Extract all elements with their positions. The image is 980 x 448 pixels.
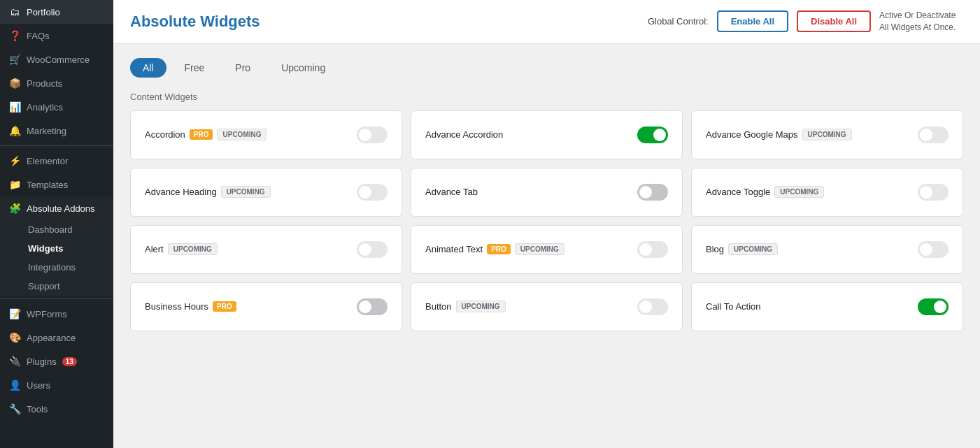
toggle-slider [918,298,949,315]
sidebar-item-appearance[interactable]: 🎨 Appearance [0,326,113,349]
users-icon: 👤 [8,379,21,391]
portfolio-icon: 🗂 [8,6,21,18]
upcoming-badge: UPCOMING [217,129,267,140]
widget-grid: AccordionPROUPCOMINGAdvance AccordionAdv… [130,110,963,331]
tab-all[interactable]: All [130,58,166,78]
sidebar-item-label: Portfolio [27,7,60,17]
elementor-icon: ⚡ [8,154,21,167]
tab-upcoming[interactable]: Upcoming [269,58,338,78]
widget-toggle-accordion[interactable] [357,127,388,143]
sidebar-item-label: Plugins [27,356,57,367]
widget-card-advance-google-maps: Advance Google MapsUPCOMING [691,110,963,159]
sidebar-item-marketing[interactable]: 🔔 Marketing [0,119,113,143]
analytics-icon: 📊 [8,101,21,113]
widget-name: Advance Tab [425,187,478,197]
sidebar-item-absolute-addons[interactable]: 🧩 Absolute Addons [0,196,113,220]
widget-toggle-blog[interactable] [918,241,949,258]
widget-toggle-advance-google-maps[interactable] [918,127,949,143]
upcoming-badge: UPCOMING [168,243,218,255]
widget-toggle-advance-tab[interactable] [637,184,668,201]
upcoming-badge: UPCOMING [221,186,271,198]
sidebar-item-woocommerce[interactable]: 🛒 WooCommerce [0,48,113,71]
sidebar-item-label: FAQs [27,31,50,41]
widget-card-call-to-action: Call To Action [691,282,963,331]
sidebar-item-label: Products [27,78,62,89]
widget-toggle-advance-accordion[interactable] [637,127,668,143]
sidebar-item-portfolio[interactable]: 🗂 Portfolio [0,0,113,24]
tab-pro[interactable]: Pro [222,58,263,78]
pro-badge: PRO [487,244,511,254]
sidebar-divider-1 [0,145,113,146]
sidebar-sub-integrations[interactable]: Integrations [20,258,113,277]
widget-card-advance-heading: Advance HeadingUPCOMING [130,168,402,217]
sidebar: 🗂 Portfolio ❓ FAQs 🛒 WooCommerce 📦 Produ… [0,0,113,448]
pro-badge: PRO [213,301,236,312]
widget-toggle-button[interactable] [637,298,668,315]
global-control: Global Control: Enable All Disable All A… [648,10,963,34]
sidebar-item-faqs[interactable]: ❓ FAQs [0,24,113,48]
widget-toggle-call-to-action[interactable] [918,298,949,315]
widget-name-row: AlertUPCOMING [145,243,218,255]
toggle-wrap [357,184,388,201]
sidebar-item-wpforms[interactable]: 📝 WPForms [0,302,113,326]
toggle-wrap [637,298,668,315]
widget-toggle-advance-toggle[interactable] [918,184,949,201]
toggle-wrap [357,241,388,258]
widget-toggle-animated-text[interactable] [637,241,668,258]
widget-toggle-advance-heading[interactable] [357,184,388,201]
sidebar-item-plugins[interactable]: 🔌 Plugins 13 [0,349,113,373]
widget-card-animated-text: Animated TextPROUPCOMING [411,225,683,274]
widget-name: Advance Accordion [425,129,503,140]
widget-name-row: BlogUPCOMING [706,243,778,255]
widget-name-row: ButtonUPCOMING [425,301,506,312]
widget-card-advance-tab: Advance Tab [411,168,683,217]
sidebar-item-users[interactable]: 👤 Users [0,373,113,397]
enable-all-button[interactable]: Enable All [717,10,788,32]
upcoming-badge: UPCOMING [728,243,778,255]
widget-name-row: Advance Tab [425,187,478,197]
sidebar-item-label: Analytics [27,102,63,113]
disable-all-button[interactable]: Disable All [797,10,871,32]
sidebar-item-tools[interactable]: 🔧 Tools [0,397,113,421]
sidebar-item-products[interactable]: 📦 Products [0,71,113,95]
products-icon: 📦 [8,77,21,89]
tools-icon: 🔧 [8,403,21,415]
sidebar-item-templates[interactable]: 📁 Templates [0,173,113,196]
widget-name: Animated Text [425,244,483,254]
toggle-wrap [637,127,668,143]
toggle-wrap [637,241,668,258]
toggle-wrap [357,127,388,143]
widget-name: Business Hours [145,301,208,312]
widget-toggle-alert[interactable] [357,241,388,258]
widget-name-row: Advance Google MapsUPCOMING [706,129,852,140]
tab-free[interactable]: Free [172,58,218,78]
widget-toggle-business-hours[interactable] [357,298,388,315]
plugins-badge: 13 [62,357,77,366]
sidebar-item-analytics[interactable]: 📊 Analytics [0,95,113,119]
toggle-wrap [357,298,388,315]
absolute-addons-icon: 🧩 [8,202,21,215]
global-hint: Active Or Deactivate All Widgets At Once… [879,10,963,34]
widget-card-business-hours: Business HoursPRO [130,282,402,331]
upcoming-badge: UPCOMING [802,129,852,140]
toggle-slider [918,241,949,258]
sidebar-submenu: Dashboard Widgets Integrations Support [0,220,113,296]
widget-name-row: Call To Action [706,301,761,312]
sidebar-item-elementor[interactable]: ⚡ Elementor [0,149,113,173]
sidebar-item-label: Users [27,380,50,391]
toggle-slider [637,298,668,315]
wpforms-icon: 📝 [8,308,21,320]
section-label: Content Widgets [130,92,963,102]
widget-name-row: Animated TextPROUPCOMING [425,243,564,255]
widget-card-advance-accordion: Advance Accordion [411,110,683,159]
widget-name: Blog [706,244,724,254]
sidebar-item-label: Elementor [27,156,68,166]
main-content: Absolute Widgets Global Control: Enable … [113,0,980,448]
sidebar-item-label: WooCommerce [27,55,90,65]
page-title: Absolute Widgets [130,13,260,31]
sidebar-sub-dashboard[interactable]: Dashboard [20,220,113,239]
sidebar-sub-widgets[interactable]: Widgets [20,239,113,258]
sidebar-item-label: Tools [27,404,48,414]
sidebar-item-label: Absolute Addons [27,203,95,214]
sidebar-sub-support[interactable]: Support [20,277,113,296]
